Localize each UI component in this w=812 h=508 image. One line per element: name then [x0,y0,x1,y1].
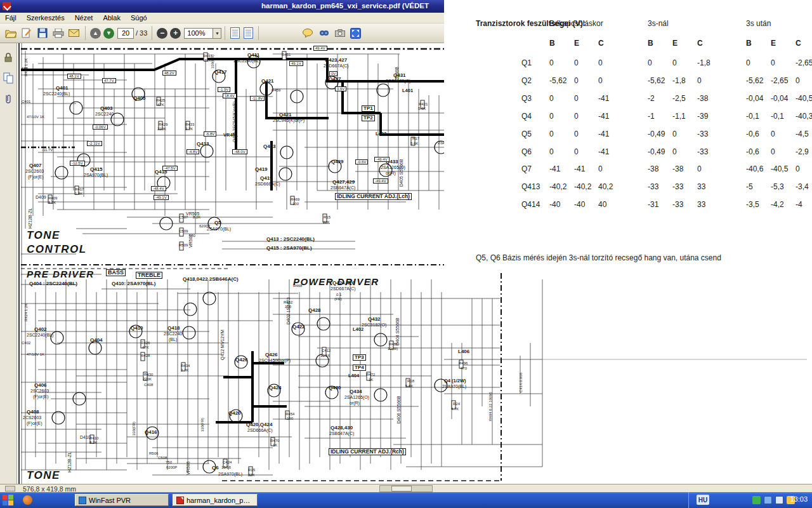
print-button[interactable] [50,25,66,41]
schematic-label: -6.8V [204,131,216,137]
pages-icon[interactable] [3,72,14,84]
system-tray: HU 13:03 [688,492,812,508]
taskbar-task-2[interactable]: harman_kardon_pm... [173,494,258,506]
schematic-label: 10/16 [320,354,330,358]
overlay-cell: 0 [598,76,603,85]
antivirus-tray-icon[interactable] [752,496,761,504]
schematic-label: C408 [144,383,153,387]
fullscreen-button[interactable] [348,25,363,41]
schematic-label: Q4 (1/2W) [444,378,466,384]
taskbar-task-1[interactable]: WinFast PVR [75,494,169,506]
schematic-label: -47.5V [162,166,178,171]
previous-page-button[interactable]: ▲ [90,28,101,39]
overlay-cell: 0 [672,58,677,67]
comment-button[interactable] [300,25,316,41]
start-logo-square [3,500,8,505]
overlay-row-label: Q414 [521,200,540,209]
edit-button[interactable] [18,25,34,41]
zoom-in-button[interactable]: + [170,28,181,39]
schematic-label: Q407 [29,163,42,168]
schematic-label: VR506 [186,462,190,475]
schematic-label: 330(FR) [132,422,136,436]
schematic-label: Q411 [247,53,259,58]
zoom-dropdown-arrow[interactable]: ▼ [213,28,221,39]
zoom-level-value: 100% [187,29,205,37]
page-number-input[interactable] [117,28,134,39]
schematic-label: 2SD667A(C) [324,64,349,68]
schematic-label: TP2 [362,115,375,121]
schematic-label: 2SD667A(C) [331,286,356,291]
scrollbar-thumb[interactable] [391,486,412,491]
overlay-cell: 0 [549,58,554,67]
overlay-cell: -41 [598,112,609,121]
start-logo-square [8,495,13,500]
menu-item-5[interactable]: Súgó [126,13,152,22]
search-button[interactable] [316,25,332,41]
save-button[interactable] [34,25,50,41]
schematic-label: Q412 MV12YM [220,330,225,360]
schematic-label: TREBLE [136,272,162,279]
open-button[interactable] [3,25,18,41]
schematic-label: R470 [270,439,279,443]
overlay-cell: -40 [574,200,585,209]
overlay-cell: -38 [697,94,708,103]
taskbar-clock: 13:03 [790,495,808,503]
schematic-label: 2SC945(K)or(P) [259,358,291,363]
menu-item-1[interactable]: Fájl [0,13,22,22]
pdf-app-icon [3,2,11,10]
fit-page-button[interactable] [230,27,240,39]
overlay-cell: 0 [796,164,800,173]
next-page-button[interactable]: ▼ [103,28,114,39]
overlay-cell: -0,04 [771,94,788,103]
overlay-cell: 0 [598,164,603,173]
schematic-label: 2CS2603 [23,415,41,420]
overlay-cell: -40,5 [796,94,812,103]
zoom-level-select[interactable]: 100% [184,28,213,39]
start-button[interactable] [2,494,14,506]
fit-width-button[interactable] [244,27,253,39]
quick-launch-icon[interactable] [23,495,32,505]
display-tray-icon[interactable] [764,496,772,504]
schematic-label: R425 [156,98,165,102]
schematic-label: R433 [185,123,194,126]
menu-item-3[interactable]: Nézet [70,13,98,22]
overlay-row-label: Q413 [521,182,540,191]
overlay-cell: 0 [697,164,702,173]
schematic-label: Q416 [145,430,157,435]
horizontal-scrollbar[interactable] [379,485,433,492]
schematic-label: 2SC2603 [30,389,49,393]
network-tray-icon[interactable] [775,496,783,504]
schematic-label: Q420 [228,411,241,416]
schematic-label: -12.5V [70,161,85,166]
schematic-label: Q425 2SC945(K)or(P) [233,102,237,142]
schematic-label: 2SC3182(O) [362,323,386,327]
start-logo-square [8,500,13,505]
overlay-cell: -41 [598,94,609,103]
schematic-label: 2.7K [181,368,188,372]
schematic-label: (FR) [334,297,342,301]
language-indicator[interactable]: HU [697,495,709,505]
schematic-label: -49.4V [374,157,390,162]
menu-item-2[interactable]: Szerkesztés [22,13,70,22]
zoom-out-button[interactable]: − [157,28,167,39]
menu-item-4[interactable]: Ablak [98,13,126,22]
snapshot-button[interactable] [332,25,348,41]
schematic-label: R410 [89,436,98,440]
email-button[interactable] [66,25,82,41]
schematic-label: 2SC2603 [25,169,44,173]
start-logo-square [3,495,8,500]
schematic-label: TP3 [353,354,366,361]
overlay-row-label: Q7 [521,164,532,173]
overlay-cell: -1,8 [697,58,710,67]
attachment-icon[interactable] [3,94,14,105]
schematic-label: 0V [329,71,337,76]
schematic-label: 6200P [166,465,177,469]
overlay-cell: -41 [598,130,609,138]
overlay-cell: 0 [746,58,750,67]
schematic-label: L406 [458,349,469,354]
overlay-cell: -5,3 [771,182,784,191]
overlay-row-label: Q6 [521,147,532,156]
task-label: harman_kardon_pm... [187,497,254,504]
schematic-label: Q419 [260,176,273,181]
lock-icon[interactable] [3,52,14,64]
